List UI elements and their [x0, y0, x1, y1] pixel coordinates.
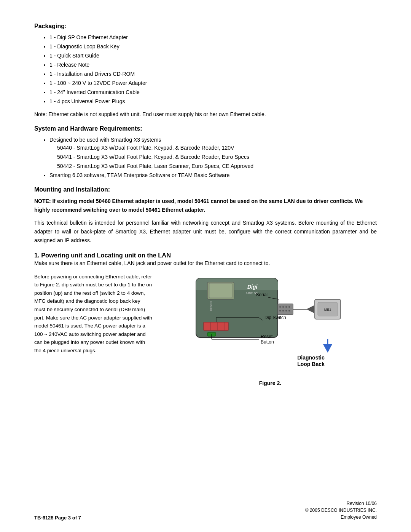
svg-text:DESCO: DESCO	[210, 301, 212, 310]
figure-area: Before powering or connecting Ethernet c…	[34, 273, 377, 386]
svg-text:Dip Switch: Dip Switch	[264, 315, 286, 320]
list-item: 50441 - SmartLog X3 w/Dual Foot Plate, K…	[57, 153, 377, 161]
mounting-bold-note: NOTE: If existing model 50460 Ethernet a…	[34, 197, 377, 214]
svg-point-18	[279, 310, 281, 312]
svg-point-21	[288, 310, 290, 312]
list-item: Smartlog 6.03 software, TEAM Enterprise …	[49, 171, 377, 179]
figure-left-text: Before powering or connecting Ethernet c…	[34, 273, 152, 355]
svg-marker-27	[323, 344, 332, 353]
svg-point-20	[285, 310, 287, 312]
svg-text:ME1: ME1	[324, 308, 331, 312]
list-item: 1 - Digi SP One Ethernet Adapter	[49, 34, 377, 42]
svg-text:Reset: Reset	[261, 334, 273, 339]
mounting-section: Mounting and Installation: NOTE: If exis…	[34, 186, 377, 245]
list-item: 1 - Release Note	[49, 61, 377, 69]
svg-text:Loop Back: Loop Back	[297, 361, 325, 367]
packaging-note: Note: Ethernet cable is not supplied wit…	[34, 110, 377, 118]
footer-employee: Employee Owned	[305, 514, 377, 521]
svg-marker-22	[306, 305, 314, 313]
list-item: 1 - Quick Start Guide	[49, 52, 377, 60]
svg-rect-7	[209, 283, 232, 298]
packaging-heading: Packaging:	[34, 23, 377, 30]
svg-point-17	[288, 306, 290, 308]
list-item: 50440 - SmartLog X3 w/Dual Foot Plate, K…	[57, 144, 377, 152]
footer-right: Revision 10/06 © 2005 DESCO INDUSTRIES I…	[305, 500, 377, 521]
list-item: 1 - Installation and Drivers CD-ROM	[49, 70, 377, 78]
list-item: 1 - Diagnostic Loop Back Key	[49, 43, 377, 51]
footer: TB-6128 Page 3 of 7 Revision 10/06 © 200…	[34, 500, 377, 521]
powering-heading: 1. Powering unit and Locating unit on th…	[34, 252, 377, 259]
mounting-heading: Mounting and Installation:	[34, 186, 377, 193]
svg-text:Diagnostic: Diagnostic	[297, 355, 325, 361]
list-item: 1 - 4 pcs Universal Power Plugs	[49, 97, 377, 105]
svg-point-15	[282, 306, 284, 308]
svg-text:Serial: Serial	[256, 292, 268, 297]
packaging-list: 1 - Digi SP One Ethernet Adapter 1 - Dia…	[49, 34, 377, 105]
figure-caption: Figure 2.	[259, 380, 281, 386]
svg-rect-8	[204, 322, 228, 331]
svg-text:Button: Button	[261, 339, 274, 345]
system-requirements-list: Designed to be used with Smartlog X3 sys…	[49, 136, 377, 179]
system-requirements-section: System and Hardware Requirements: Design…	[34, 125, 377, 179]
svg-text:Digi: Digi	[247, 284, 258, 290]
svg-point-19	[282, 310, 284, 312]
figure-image-area: DESCO Digi One SP	[164, 273, 377, 386]
sub-list: 50440 - SmartLog X3 w/Dual Foot Plate, K…	[57, 144, 377, 170]
page: Packaging: 1 - Digi SP One Ethernet Adap…	[0, 0, 411, 532]
system-requirements-heading: System and Hardware Requirements:	[34, 125, 377, 132]
packaging-section: Packaging: 1 - Digi SP One Ethernet Adap…	[34, 23, 377, 118]
footer-copyright: © 2005 DESCO INDUSTRIES INC.	[305, 507, 377, 514]
footer-revision: Revision 10/06	[305, 500, 377, 507]
list-item: Designed to be used with Smartlog X3 sys…	[49, 136, 377, 170]
mounting-body: This technical bulletin is intended for …	[34, 219, 377, 245]
list-item: 1 - 24" Inverted Communication Cable	[49, 88, 377, 96]
svg-rect-13	[278, 304, 293, 315]
svg-point-16	[285, 306, 287, 308]
powering-section: 1. Powering unit and Locating unit on th…	[34, 252, 377, 386]
powering-intro: Make sure there is an Ethernet cable, LA…	[34, 259, 377, 268]
list-item: 50442 - SmartLog X3 w/Dual Foot Plate, L…	[57, 162, 377, 170]
list-item: 1 - 100 ~ 240 V to 12VDC Power Adapter	[49, 79, 377, 87]
figure-diagram: DESCO Digi One SP	[188, 273, 352, 375]
svg-point-14	[279, 306, 281, 308]
footer-left: TB-6128 Page 3 of 7	[34, 515, 81, 521]
